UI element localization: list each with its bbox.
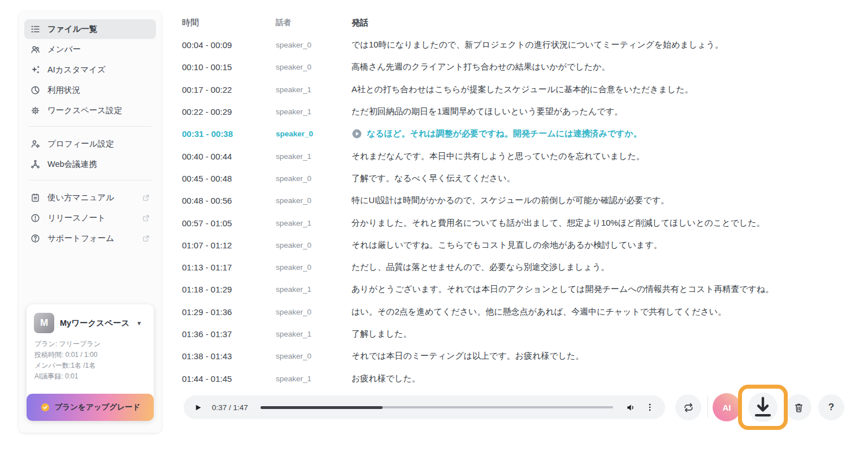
row-time: 01:13 - 01:17 bbox=[182, 262, 276, 272]
row-speaker: speaker_0 bbox=[276, 241, 351, 249]
transcript-row[interactable]: 00:17 - 00:22 speaker_1 A社との打ち合わせはこちらが提案… bbox=[182, 79, 857, 101]
row-speaker: speaker_1 bbox=[276, 285, 351, 294]
row-utterance: 了解です。なるべく早く伝えてください。 bbox=[351, 173, 515, 184]
kebab-menu-icon[interactable] bbox=[645, 402, 655, 412]
transcript-row[interactable]: 00:31 - 00:38 speaker_0 なるほど。それは調整が必要ですね… bbox=[182, 123, 857, 145]
transcript-row[interactable]: 01:29 - 01:36 speaker_0 はい。その2点を進めてください。… bbox=[182, 301, 857, 323]
transcript-row[interactable]: 00:10 - 00:15 speaker_0 高橋さん先週のクライアント打ち合… bbox=[182, 56, 857, 78]
row-time: 01:44 - 01:45 bbox=[182, 374, 276, 384]
column-header-speaker: 話者 bbox=[276, 18, 351, 28]
transcript-row[interactable]: 00:48 - 00:56 speaker_0 特にUI設計は時間がかかるので、… bbox=[182, 190, 857, 212]
row-utterance: お疲れ様でした。 bbox=[351, 373, 420, 384]
download-icon bbox=[748, 393, 778, 422]
workspace-switcher[interactable]: M Myワークスペース ▼ bbox=[27, 304, 154, 337]
row-utterance: ありがとうございます。それでは本日のアクションとしては開発チームへの情報共有とコ… bbox=[351, 284, 774, 295]
sidebar-item[interactable]: サポートフォーム bbox=[24, 229, 156, 248]
profile-settings-icon bbox=[30, 139, 41, 149]
row-speaker: speaker_0 bbox=[276, 174, 351, 183]
workspace-name: Myワークスペース bbox=[60, 318, 129, 329]
external-link-icon bbox=[142, 193, 150, 202]
sidebar-item-label: プロフィール設定 bbox=[47, 139, 114, 149]
sidebar-item[interactable]: プロフィール設定 bbox=[24, 134, 156, 154]
row-time: 00:31 - 00:38 bbox=[182, 129, 276, 139]
row-time: 00:17 - 00:22 bbox=[182, 85, 276, 94]
upgrade-plan-button[interactable]: プランをアップグレード bbox=[27, 394, 154, 421]
transcript-rows: 00:04 - 00:09 speaker_0 では10時になりましたので、新プ… bbox=[182, 34, 857, 390]
playback-time: 0:37 / 1:47 bbox=[212, 403, 248, 412]
transcript-row[interactable]: 00:40 - 00:44 speaker_1 それまだなんです。本日中に共有し… bbox=[182, 145, 857, 167]
sidebar-item-label: リリースノート bbox=[47, 213, 106, 223]
external-link-icon bbox=[142, 234, 150, 243]
sidebar-item[interactable]: ファイル一覧 bbox=[24, 19, 156, 39]
sidebar-item[interactable]: Web会議連携 bbox=[24, 154, 156, 174]
sidebar-item-label: 使い方マニュアル bbox=[47, 192, 114, 203]
row-play-icon[interactable] bbox=[351, 128, 362, 139]
row-utterance: では10時になりましたので、新プロジェクトの進行状況についてミーティングを始めま… bbox=[351, 40, 723, 50]
web-meeting-link-icon bbox=[30, 159, 41, 170]
sidebar-item[interactable]: ワークスペース設定 bbox=[24, 101, 156, 120]
trash-icon bbox=[793, 402, 805, 414]
file-list-icon bbox=[30, 24, 41, 35]
sidebar-item[interactable]: メンバー bbox=[24, 40, 156, 59]
upgrade-plan-label: プランをアップグレード bbox=[55, 402, 141, 412]
play-icon[interactable] bbox=[194, 403, 202, 412]
sidebar-divider bbox=[29, 180, 151, 180]
row-speaker: speaker_0 bbox=[276, 308, 351, 316]
support-form-icon bbox=[30, 233, 41, 244]
volume-icon[interactable] bbox=[626, 402, 636, 413]
external-link-icon bbox=[142, 214, 150, 222]
download-button[interactable] bbox=[748, 393, 778, 422]
row-speaker: speaker_0 bbox=[276, 352, 351, 360]
sidebar-nav-main: ファイル一覧 メンバー AIカスタマイズ 利用状況 bbox=[19, 11, 162, 120]
upload-time-label: 投稿時間: 0:01 / 1:00 bbox=[34, 350, 146, 360]
row-utterance: 了解しました。 bbox=[351, 329, 411, 339]
transcript-row[interactable]: 00:04 - 00:09 speaker_0 では10時になりましたので、新プ… bbox=[182, 34, 857, 56]
ai-sparkles-icon bbox=[30, 64, 41, 75]
row-speaker: speaker_1 bbox=[276, 330, 351, 338]
row-time: 00:10 - 00:15 bbox=[182, 62, 276, 72]
avatar: M bbox=[34, 313, 54, 333]
sidebar-item[interactable]: AIカスタマイズ bbox=[24, 60, 156, 80]
sidebar: ファイル一覧 メンバー AIカスタマイズ 利用状況 bbox=[19, 11, 162, 433]
transcript-row[interactable]: 00:57 - 01:05 speaker_1 分かりました。それと費用名につい… bbox=[182, 212, 857, 234]
row-utterance: はい。その2点を進めてください。他に懸念点があれば、今週中にチャットで共有してく… bbox=[351, 307, 726, 317]
transcript-row[interactable]: 00:22 - 00:29 speaker_1 ただ初回納品の期日を1週間早めて… bbox=[182, 101, 857, 123]
manual-icon bbox=[30, 192, 41, 203]
release-notes-icon bbox=[30, 213, 41, 223]
column-header-time: 時間 bbox=[182, 18, 276, 28]
transcript-panel: 時間 話者 発話 00:04 - 00:09 speaker_0 では10時にな… bbox=[182, 11, 857, 390]
transcript-row[interactable]: 00:45 - 00:48 speaker_0 了解です。なるべく早く伝えてくだ… bbox=[182, 167, 857, 190]
annotation-highlight-box bbox=[738, 385, 788, 430]
row-time: 00:40 - 00:44 bbox=[182, 152, 276, 161]
transcript-row[interactable]: 01:38 - 01:43 speaker_0 それでは本日のミーティングは以上… bbox=[182, 345, 857, 367]
row-utterance: それでは本日のミーティングは以上です。お疲れ様でした。 bbox=[351, 351, 584, 361]
transcript-row[interactable]: 01:13 - 01:17 speaker_0 ただし、品質は落とせませんので、… bbox=[182, 256, 857, 278]
repeat-button[interactable] bbox=[675, 394, 701, 420]
ai-button[interactable]: AI bbox=[713, 393, 741, 421]
row-time: 01:07 - 01:12 bbox=[182, 240, 276, 250]
audio-player[interactable]: 0:37 / 1:47 bbox=[184, 395, 665, 419]
seek-bar-progress bbox=[261, 406, 383, 409]
transcript-row[interactable]: 01:07 - 01:12 speaker_0 それは厳しいですね。こちらでもコ… bbox=[182, 234, 857, 256]
members-icon bbox=[30, 44, 41, 55]
sidebar-item[interactable]: リリースノート bbox=[24, 208, 156, 228]
delete-button[interactable] bbox=[785, 394, 811, 420]
help-button[interactable]: ? bbox=[818, 394, 844, 420]
plan-label: プラン: フリープラン bbox=[34, 339, 146, 350]
sidebar-item[interactable]: 使い方マニュアル bbox=[24, 188, 156, 208]
seek-bar[interactable] bbox=[261, 406, 613, 408]
workspace-gear-icon bbox=[30, 105, 41, 116]
sidebar-item[interactable]: 利用状況 bbox=[24, 80, 156, 100]
transcript-row[interactable]: 01:36 - 01:37 speaker_1 了解しました。 bbox=[182, 323, 857, 345]
sidebar-item-label: 利用状況 bbox=[47, 85, 80, 96]
row-speaker: speaker_0 bbox=[276, 263, 351, 272]
transcript-header-row: 時間 話者 発話 bbox=[182, 11, 857, 34]
transcript-row[interactable]: 01:18 - 01:29 speaker_1 ありがとうございます。それでは本… bbox=[182, 278, 857, 300]
row-speaker: speaker_0 bbox=[276, 196, 351, 205]
sidebar-item-label: サポートフォーム bbox=[47, 233, 114, 244]
chevron-down-icon: ▼ bbox=[136, 320, 142, 326]
row-speaker: speaker_1 bbox=[276, 219, 351, 227]
button-divider bbox=[708, 397, 708, 418]
sidebar-nav-links: 使い方マニュアル リリースノート サポートフォーム bbox=[19, 186, 162, 248]
row-time: 01:36 - 01:37 bbox=[182, 329, 276, 339]
